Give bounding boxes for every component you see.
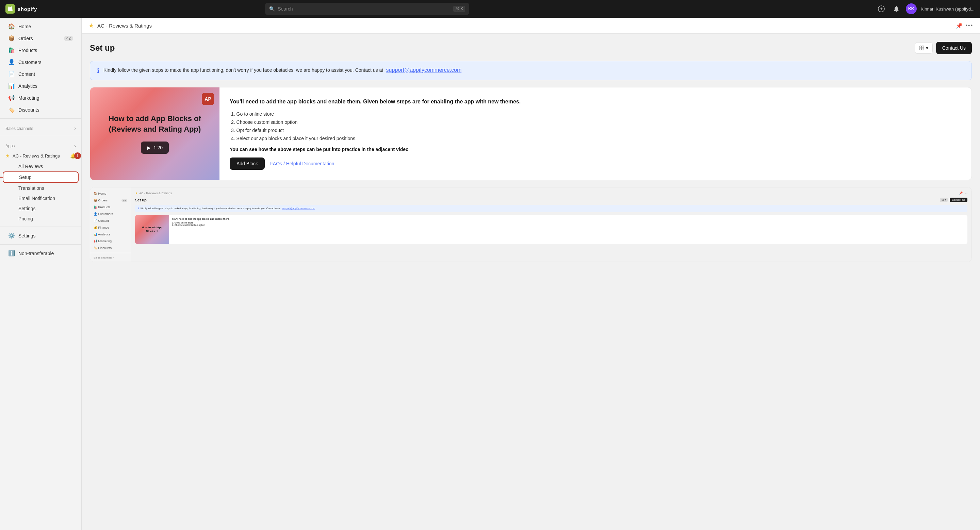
sidebar-item-orders[interactable]: 📦 Orders 42 xyxy=(3,32,79,44)
sidebar-item-marketing-label: Marketing xyxy=(18,95,39,101)
home-icon: 🏠 xyxy=(8,23,15,30)
play-button[interactable]: ▶ 1:20 xyxy=(141,141,169,154)
preview-contact-btn: Contact Us xyxy=(950,198,967,202)
faqs-link[interactable]: FAQs / Helpful Documentation xyxy=(270,161,334,167)
video-logo-text: AP xyxy=(205,96,211,102)
play-duration: 1:20 xyxy=(153,145,163,150)
analytics-icon: 📊 xyxy=(8,83,15,89)
pin-header-icon[interactable]: 📌 xyxy=(956,22,963,29)
non-transferable-label: Non-transferable xyxy=(18,251,54,256)
video-panel: AP How to add App Blocks of (Reviews and… xyxy=(90,87,220,180)
bell-icon-btn[interactable] xyxy=(891,3,902,14)
layout: 🏠 Home 📦 Orders 42 🛍️ Products 👤 Custome… xyxy=(0,18,980,530)
marketing-icon: 📢 xyxy=(8,95,15,101)
preview-sidebar-products: 🛍️ Products xyxy=(90,204,130,211)
sidebar-sub-email-notification[interactable]: Email Notification xyxy=(3,193,79,203)
apps-expand[interactable]: › xyxy=(74,143,76,149)
info-message: Kindly follow the given steps to make th… xyxy=(103,67,383,73)
all-reviews-label: All Reviews xyxy=(18,163,43,169)
step-2: 2. Choose customisation option xyxy=(230,119,961,125)
sales-channels-expand[interactable]: › xyxy=(74,125,76,132)
page-header-star-icon[interactable]: ★ xyxy=(89,22,94,29)
preview-sidebar-analytics: 📊 Analytics xyxy=(90,231,130,238)
preview-sidebar-discounts: 🏷️ Discounts xyxy=(90,244,130,251)
page-header: ★ AC - Reviews & Ratings 📌 ••• xyxy=(82,18,980,34)
sidebar-sub-all-reviews[interactable]: All Reviews xyxy=(3,161,79,171)
page-header-right: 📌 ••• xyxy=(956,22,973,29)
info-panel-title: You'll need to add the app blocks and en… xyxy=(230,98,961,106)
preview-inner: 🏠 Home 📦 Orders 39 🛍️ Products 👤 Custome… xyxy=(90,187,972,262)
preview-sidebar-customers: 👤 Customers xyxy=(90,211,130,217)
sidebar-sub-translations[interactable]: Translations xyxy=(3,183,79,193)
sidebar-item-analytics[interactable]: 📊 Analytics xyxy=(3,80,79,92)
setup-label: Setup xyxy=(19,175,32,180)
info-panel: You'll need to add the app blocks and en… xyxy=(220,87,972,180)
search-shortcut: ⌘ K xyxy=(453,6,465,12)
section-title: Set up xyxy=(90,43,115,53)
customers-icon: 👤 xyxy=(8,59,15,65)
preview-orders-badge: 39 xyxy=(121,199,127,202)
user-avatar[interactable]: KK xyxy=(906,3,917,14)
sidebar-sub-pricing[interactable]: Pricing xyxy=(3,214,79,224)
shopify-logo: shopify xyxy=(5,4,60,14)
preview-sidebar-marketing: 📢 Marketing xyxy=(90,238,130,244)
content-area: ★ AC - Reviews & Ratings 📌 ••• Set up ▾ … xyxy=(82,18,980,530)
svg-rect-4 xyxy=(922,48,924,50)
orders-icon: 📦 xyxy=(8,35,15,41)
sidebar-item-marketing[interactable]: 📢 Marketing xyxy=(3,92,79,104)
preview-setup-title: Set up xyxy=(135,198,147,202)
search-bar[interactable]: 🔍 Search ⌘ K xyxy=(265,3,469,15)
sidebar-item-products[interactable]: 🛍️ Products xyxy=(3,44,79,56)
preview-main: ★ AC - Reviews & Ratings 📌··· Set up ⊞ xyxy=(131,187,972,262)
steps-list: 1. Go to online store 2. Choose customis… xyxy=(230,111,961,141)
settings-label: Settings xyxy=(18,233,36,238)
preview-sidebar-orders: 📦 Orders 39 xyxy=(90,197,130,204)
info-circle-icon: ℹ xyxy=(97,67,99,75)
sidebar-item-content[interactable]: 📄 Content xyxy=(3,68,79,80)
info-text-wrapper: Kindly follow the given steps to make th… xyxy=(103,67,461,74)
annotation-1-circle: 1 xyxy=(74,152,81,159)
info-email-link[interactable]: support@appifycommerce.com xyxy=(386,67,462,73)
more-header-icon[interactable]: ••• xyxy=(966,22,973,29)
sidebar-sub-settings[interactable]: Settings xyxy=(3,203,79,214)
preview-sidebar-finance: 💰 Finance xyxy=(90,224,130,231)
video-title: How to add App Blocks of (Reviews and Ra… xyxy=(100,114,209,135)
search-icon: 🔍 xyxy=(269,6,275,11)
sidebar: 🏠 Home 📦 Orders 42 🛍️ Products 👤 Custome… xyxy=(0,18,82,530)
translations-label: Translations xyxy=(18,186,44,191)
sidebar-item-home[interactable]: 🏠 Home xyxy=(3,21,79,32)
app-star-icon: ★ xyxy=(5,153,10,159)
page-header-title: AC - Reviews & Ratings xyxy=(97,23,152,29)
sidebar-item-settings[interactable]: ⚙️ Settings xyxy=(3,230,79,241)
header-actions: ▾ Contact Us xyxy=(915,42,972,54)
setup-card-inner: AP How to add App Blocks of (Reviews and… xyxy=(90,87,972,180)
content-icon: 📄 xyxy=(8,71,15,77)
app-name-label: AC - Reviews & Ratings xyxy=(13,154,60,159)
sidebar-item-home-label: Home xyxy=(18,24,31,29)
sales-channels-label: Sales channels xyxy=(5,126,33,131)
sidebar-item-customers-label: Customers xyxy=(18,60,41,65)
sidebar-item-analytics-label: Analytics xyxy=(18,83,37,89)
add-block-button[interactable]: Add Block xyxy=(230,157,265,170)
sidebar-app-ac-reviews[interactable]: ★ AC - Reviews & Ratings 🔔 1 xyxy=(0,150,81,161)
preview-sidebar-home: 🏠 Home xyxy=(90,190,130,197)
section-header: Set up ▾ Contact Us xyxy=(90,42,972,54)
action-btns: Add Block FAQs / Helpful Documentation xyxy=(230,157,961,170)
topbar: shopify 🔍 Search ⌘ K KK Kinnari Kushwah … xyxy=(0,0,980,18)
sidebar-item-discounts[interactable]: 🏷️ Discounts xyxy=(3,104,79,116)
play-icon: ▶ xyxy=(147,145,151,150)
orders-badge: 42 xyxy=(64,36,73,41)
info-box: ℹ Kindly follow the given steps to make … xyxy=(90,61,972,80)
products-icon: 🛍️ xyxy=(8,47,15,53)
preview-app-name: AC - Reviews & Ratings xyxy=(139,192,172,195)
sidebar-item-discounts-label: Discounts xyxy=(18,107,39,113)
storefront-icon-btn[interactable] xyxy=(876,3,887,14)
sidebar-item-customers[interactable]: 👤 Customers xyxy=(3,56,79,68)
preview-info-text: Kindly follow the given steps to make th… xyxy=(140,207,280,210)
settings-app-label: Settings xyxy=(18,206,36,211)
preview-sidebar: 🏠 Home 📦 Orders 39 🛍️ Products 👤 Custome… xyxy=(90,187,131,262)
sidebar-sub-setup[interactable]: Setup xyxy=(3,171,79,183)
preview-video-title: How to add App Blocks of xyxy=(138,226,166,233)
contact-us-button[interactable]: Contact Us xyxy=(936,42,972,54)
layout-btn[interactable]: ▾ xyxy=(915,42,933,54)
